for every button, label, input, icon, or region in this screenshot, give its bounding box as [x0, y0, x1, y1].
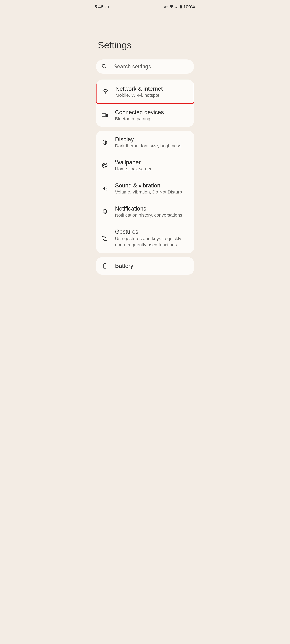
svg-rect-13	[104, 264, 106, 268]
battery-status-icon	[105, 6, 109, 8]
settings-item-connected-devices[interactable]: Connected devices Bluetooth, pairing	[96, 104, 194, 127]
search-bar[interactable]: Search settings	[96, 60, 194, 74]
settings-item-network[interactable]: Network & internet Mobile, Wi-Fi, hotspo…	[96, 80, 194, 104]
item-subtitle: Notification history, conversations	[115, 212, 182, 218]
wifi-icon	[102, 88, 109, 95]
item-subtitle: Home, lock screen	[115, 166, 153, 172]
svg-line-4	[105, 67, 106, 68]
status-bar-left: 5:46	[95, 4, 109, 9]
settings-item-sound[interactable]: Sound & vibration Volume, vibration, Do …	[96, 177, 194, 200]
item-subtitle: Volume, vibration, Do Not Disturb	[115, 190, 182, 194]
item-title: Battery	[115, 263, 133, 269]
bell-icon	[102, 208, 108, 215]
search-icon	[102, 64, 107, 70]
svg-point-0	[164, 6, 166, 8]
devices-icon	[102, 112, 108, 119]
svg-point-12	[105, 164, 106, 165]
item-subtitle: Bluetooth, pairing	[115, 116, 164, 121]
svg-rect-14	[104, 263, 105, 264]
item-subtitle: Dark theme, font size, brightness	[115, 143, 181, 148]
settings-item-battery[interactable]: Battery	[96, 257, 194, 275]
status-bar: 5:46	[92, 0, 198, 12]
settings-group-system: Battery	[96, 257, 194, 275]
brightness-icon	[102, 139, 108, 146]
status-bar-right: 100%	[164, 4, 195, 9]
battery-percent: 100%	[183, 4, 195, 9]
settings-group-personalization: Display Dark theme, font size, brightnes…	[96, 131, 194, 253]
wifi-status-icon	[169, 5, 173, 8]
palette-icon	[102, 162, 108, 169]
battery-charging-icon	[180, 5, 182, 8]
svg-rect-7	[106, 114, 108, 117]
settings-group-connectivity: Network & internet Mobile, Wi-Fi, hotspo…	[96, 80, 194, 127]
svg-point-11	[104, 164, 105, 164]
phone-screen: 5:46	[92, 0, 198, 644]
item-title: Network & internet	[116, 86, 163, 92]
svg-rect-2	[180, 5, 181, 6]
item-subtitle: Mobile, Wi-Fi, hotspot	[116, 93, 163, 98]
svg-point-8	[105, 115, 106, 115]
item-title: Wallpaper	[115, 159, 153, 166]
item-title: Display	[115, 136, 181, 142]
settings-item-gestures[interactable]: Gestures Use gestures and keys to quickl…	[96, 223, 194, 253]
vpn-key-icon	[164, 6, 168, 8]
item-title: Connected devices	[115, 109, 164, 116]
item-subtitle: Use gestures and keys to quickly open fr…	[115, 236, 183, 248]
item-title: Notifications	[115, 206, 182, 212]
svg-point-3	[102, 64, 105, 67]
signal-status-icon	[175, 5, 178, 8]
item-title: Gestures	[115, 228, 183, 235]
item-title: Sound & vibration	[115, 182, 182, 189]
svg-point-10	[103, 165, 104, 166]
sound-icon	[102, 185, 108, 192]
gesture-icon	[102, 235, 108, 242]
status-time: 5:46	[95, 4, 103, 9]
page-title: Settings	[92, 12, 198, 60]
search-placeholder: Search settings	[114, 64, 151, 70]
settings-item-notifications[interactable]: Notifications Notification history, conv…	[96, 200, 194, 223]
settings-item-display[interactable]: Display Dark theme, font size, brightnes…	[96, 131, 194, 154]
settings-item-wallpaper[interactable]: Wallpaper Home, lock screen	[96, 154, 194, 177]
battery-icon	[102, 262, 108, 269]
